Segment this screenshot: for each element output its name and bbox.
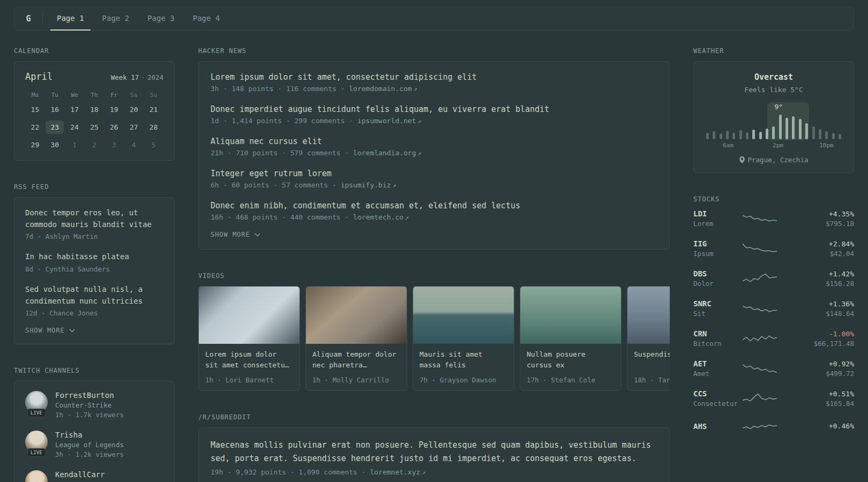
channel-game: Counter-Strike (55, 401, 124, 409)
video-thumbnail[interactable] (520, 287, 621, 344)
hn-item-title[interactable]: Lorem ipsum dolor sit amet, consectetur … (211, 72, 657, 82)
hackernews-item[interactable]: Integer eget rutrum lorem 6h · 60 points… (211, 169, 657, 189)
stock-price: $148.64 (777, 310, 854, 318)
app-logo[interactable]: G (14, 7, 42, 31)
stock-row[interactable]: AET Amet +0.92% $499.72 (693, 359, 854, 378)
stock-symbol[interactable]: SNRC (693, 299, 743, 308)
weather-location[interactable]: Prague, Czechia (702, 156, 845, 164)
dashboard-columns: CALENDAR April Week 17·2024 Mo Tu We Th … (14, 47, 854, 482)
stock-price: $42.04 (777, 250, 854, 258)
twitch-channel[interactable]: LIVE Trisha League of Legends 3h · 1.2k … (25, 431, 163, 458)
hn-item-title[interactable]: Donec enim nibh, condimentum et accumsan… (211, 201, 657, 210)
video-card[interactable]: Suspendisse diam 18h · Tara (627, 286, 670, 391)
video-card[interactable]: Lorem ipsum dolor sit amet consectetu… 1… (198, 286, 300, 391)
stock-symbol[interactable]: AET (693, 359, 743, 368)
channel-info: KendallCarr (55, 470, 105, 480)
external-link-icon: ↗ (414, 85, 417, 93)
weather-bar (739, 130, 742, 139)
channel-name[interactable]: Trisha (55, 431, 124, 439)
stock-symbol[interactable]: IIG (693, 239, 743, 248)
stock-sparkline (743, 301, 777, 316)
calendar-grid: Mo Tu We Th Fr Sa Su 15 16 17 18 19 20 2… (25, 92, 163, 152)
rss-widget-label: RSS FEED (14, 183, 175, 191)
video-card[interactable]: Nullam posuere cursus ex 17h · Stefan Co… (520, 286, 622, 391)
subreddit-widget: /R/SUBREDDIT Maecenas mollis pulvinar er… (198, 413, 670, 482)
stock-change: -1.00% (777, 330, 854, 338)
source-link[interactable]: ipsumify.biz↗ (341, 181, 396, 189)
rss-item-title[interactable]: Sed volutpat nulla nisl, a condimentum n… (25, 284, 163, 307)
video-card[interactable]: Aliquam tempor dolor nec pharetra… 1h · … (305, 286, 407, 391)
hn-item-title[interactable]: Integer eget rutrum lorem (211, 169, 657, 178)
stock-row[interactable]: DBS Dolor +1.42% $156.28 (693, 269, 854, 288)
time-label: 6am (723, 142, 734, 149)
subreddit-post[interactable]: Maecenas mollis pulvinar erat non posuer… (211, 439, 657, 476)
video-title[interactable]: Lorem ipsum dolor sit amet consectetu… (199, 344, 300, 372)
video-thumbnail[interactable] (306, 287, 407, 344)
hackernews-item[interactable]: Donec imperdiet augue tincidunt felis al… (211, 104, 657, 125)
calendar-day: 29 (26, 138, 44, 152)
video-title[interactable]: Mauris sit amet massa felis (413, 344, 514, 372)
hackernews-item[interactable]: Lorem ipsum dolor sit amet, consectetur … (211, 72, 657, 93)
weather-bar (792, 116, 795, 139)
hn-item-title[interactable]: Donec imperdiet augue tincidunt felis al… (211, 104, 657, 114)
twitch-channel[interactable]: LIVE ForrestBurton Counter-Strike 1h · 1… (25, 391, 163, 419)
stock-row[interactable]: IIG Ipsum +2.84% $42.04 (693, 239, 854, 258)
calendar-day: 20 (125, 103, 143, 116)
stock-symbol[interactable]: CRN (693, 329, 743, 338)
hn-item-title[interactable]: Aliquam nec cursus elit (211, 137, 657, 146)
source-link[interactable]: loremdomain.com↗ (349, 85, 417, 93)
stock-symbol[interactable]: AHS (693, 422, 743, 431)
rss-item-meta: 8d · Cynthia Saunders (25, 265, 163, 273)
tab-page-2[interactable]: Page 2 (96, 7, 136, 31)
rss-item-title[interactable]: In hac habitasse platea (25, 251, 163, 263)
source-link[interactable]: ipsumworld.net↗ (357, 117, 422, 125)
rss-show-more-button[interactable]: SHOW MORE (25, 327, 75, 334)
rss-item[interactable]: Donec tempor eros leo, ut commodo mauris… (25, 207, 163, 240)
video-title[interactable]: Suspendisse diam (627, 344, 670, 372)
stock-change: +1.36% (777, 300, 854, 308)
video-card[interactable]: Mauris sit amet massa felis 7h · Grayson… (413, 286, 514, 391)
stock-row[interactable]: CCS Consectetur +0.51% $165.84 (693, 389, 854, 408)
rss-item-meta: 12d · Chance Jones (25, 309, 163, 317)
rss-item[interactable]: Sed volutpat nulla nisl, a condimentum n… (25, 284, 163, 317)
post-title[interactable]: Maecenas mollis pulvinar erat non posuer… (211, 439, 657, 465)
live-badge: LIVE (27, 409, 46, 417)
tab-page-3[interactable]: Page 3 (141, 7, 181, 31)
twitch-channel[interactable]: LIVE KendallCarr (25, 470, 163, 482)
stock-price: $795.18 (777, 220, 854, 228)
stock-symbol[interactable]: DBS (693, 269, 743, 278)
calendar-card: April Week 17·2024 Mo Tu We Th Fr Sa Su … (14, 61, 175, 161)
stock-symbol[interactable]: LDI (693, 209, 743, 218)
stock-row[interactable]: LDI Lorem +4.35% $795.18 (693, 209, 854, 228)
video-title[interactable]: Nullam posuere cursus ex (520, 344, 621, 372)
show-more-label: SHOW MORE (211, 231, 250, 238)
video-thumbnail[interactable] (199, 287, 300, 344)
video-thumbnail[interactable] (627, 287, 670, 344)
hackernews-item[interactable]: Donec enim nibh, condimentum et accumsan… (211, 201, 657, 221)
video-title[interactable]: Aliquam tempor dolor nec pharetra… (306, 344, 407, 372)
channel-name[interactable]: KendallCarr (55, 470, 105, 479)
stock-sparkline (743, 419, 777, 434)
rss-item[interactable]: In hac habitasse platea 8d · Cynthia Sau… (25, 251, 163, 273)
rss-item-title[interactable]: Donec tempor eros leo, ut commodo mauris… (25, 207, 163, 230)
channel-info: ForrestBurton Counter-Strike 1h · 1.7k v… (55, 391, 124, 419)
calendar-day: 30 (46, 138, 64, 152)
stock-symbol[interactable]: CCS (693, 389, 743, 398)
stock-row[interactable]: CRN Bitcorn -1.00% $66,171.48 (693, 329, 854, 348)
source-link[interactable]: loremnet.xyz↗ (370, 468, 425, 476)
source-link[interactable]: loremtech.co↗ (353, 213, 409, 221)
tab-page-4[interactable]: Page 4 (186, 7, 227, 31)
weather-bar (819, 129, 821, 139)
source-link[interactable]: loremlandia.org↗ (353, 149, 422, 157)
video-thumbnail[interactable] (413, 287, 514, 344)
stock-row[interactable]: AHS +0.46% (693, 419, 854, 434)
tab-page-1[interactable]: Page 1 (50, 7, 91, 31)
stock-row[interactable]: SNRC Sit +1.36% $148.64 (693, 299, 854, 318)
stock-id: LDI Lorem (693, 209, 743, 228)
channel-name[interactable]: ForrestBurton (55, 391, 124, 400)
calendar-day-next-month: 2 (85, 138, 103, 152)
hackernews-item[interactable]: Aliquam nec cursus elit 21h · 710 points… (211, 137, 657, 157)
hackernews-show-more-button[interactable]: SHOW MORE (211, 231, 260, 238)
stock-sparkline (743, 361, 777, 376)
videos-widget-label: VIDEOS (198, 272, 670, 280)
